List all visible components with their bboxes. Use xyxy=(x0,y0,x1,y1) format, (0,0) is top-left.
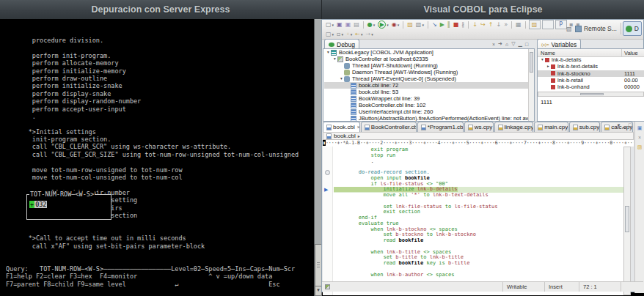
code-line[interactable] xyxy=(334,267,623,273)
code-line[interactable] xyxy=(334,199,623,204)
step-into-icon[interactable]: ↓ xyxy=(472,21,478,29)
step-mode-icon[interactable]: ➜ xyxy=(498,41,502,47)
variables-hscrollbar[interactable] xyxy=(538,92,644,97)
editor-gutter[interactable]: ▶ xyxy=(323,147,333,295)
close-view-icon[interactable]: × xyxy=(637,135,643,141)
editor-tab-linkage-cpy[interactable]: linkage.cpy xyxy=(494,122,534,132)
debug-tree-item[interactable]: BookWrapper.cbl line: 39 xyxy=(324,95,528,102)
code-line[interactable]: when lnk-b-title <> spaces xyxy=(334,250,623,256)
expander-icon[interactable]: ▾ xyxy=(540,56,545,63)
expander-icon[interactable]: ▾ xyxy=(332,56,337,62)
debug-tree-item[interactable]: ▾BookLegacy [COBOL JVM Application] xyxy=(324,49,528,56)
annotation-dropdown[interactable]: ▫▾ xyxy=(336,30,344,38)
profile-dropdown[interactable]: ◉▾ xyxy=(391,21,400,29)
save-all-icon[interactable]: ▣ xyxy=(345,21,352,29)
suspend-icon[interactable]: ‖ xyxy=(447,21,451,29)
dropdown-caret-icon[interactable]: ▾ xyxy=(332,32,334,37)
section-marker-icon[interactable] xyxy=(325,170,330,175)
remove-terminated-icon[interactable]: × xyxy=(492,42,495,47)
debug-tree-item[interactable]: ▾BookController at localhost:62335 xyxy=(324,56,528,62)
debug-tree-item[interactable]: JButton(AbstractButton).fireActionPerfor… xyxy=(324,115,528,121)
forward-dropdown[interactable]: →▾ xyxy=(365,30,373,38)
dropdown-caret-icon[interactable]: ▾ xyxy=(332,23,334,27)
code-line[interactable]: if ls-file-status <> "00" xyxy=(334,182,623,188)
view-menu-icon[interactable]: ▽ xyxy=(511,41,515,47)
code-line[interactable]: when lnk-b-author <> spaces xyxy=(334,273,623,278)
drop-to-frame-icon[interactable]: ↓ xyxy=(495,21,502,29)
code-line[interactable]: open input bookfile xyxy=(334,176,623,182)
restart-icon[interactable]: ↘ xyxy=(431,21,438,29)
column-divider[interactable] xyxy=(621,49,622,56)
toggle-perspective-icon[interactable]: P xyxy=(555,20,567,29)
debug-dropdown[interactable]: ●▾ xyxy=(367,21,376,29)
code-line[interactable]: move all '*' to lnk-b-text-details xyxy=(334,193,623,199)
dropdown-caret-icon[interactable]: ▾ xyxy=(351,32,353,37)
debug-tree-item[interactable]: Daemon Thread [AWT-Windows] (Running) xyxy=(324,69,528,75)
editor-breadcrumb[interactable]: book.cbl ▸ xyxy=(323,132,634,140)
back-dropdown[interactable]: ←▾ xyxy=(354,30,363,38)
breadcrumb-caret-icon[interactable]: ▸ xyxy=(358,133,360,138)
expander-icon[interactable]: ▾ xyxy=(326,49,331,56)
variable-row[interactable]: lnk-b-onhand00000 xyxy=(538,84,644,90)
editor-tab-ws-cpy[interactable]: ws.cpy xyxy=(464,122,494,132)
tab-debug[interactable]: Debug xyxy=(324,39,359,49)
code-line[interactable]: read bookfile key is b-title xyxy=(334,261,623,267)
editor-vscrollbar-thumb[interactable] xyxy=(625,206,629,232)
code-line[interactable]: do-read-record section. xyxy=(334,170,623,176)
code-line[interactable]: exit section xyxy=(334,210,623,215)
variables-hscrollbar-thumb[interactable] xyxy=(580,93,604,95)
dropdown-caret-icon[interactable]: ▾ xyxy=(422,23,424,27)
editor-minimize-icon[interactable]: ▁ xyxy=(622,122,626,128)
editor-code-area[interactable]: ▶ exit program stop run . do-read-record… xyxy=(323,147,623,295)
variable-row[interactable]: lnk-b-stockno1111 xyxy=(538,70,644,77)
code-line[interactable]: exit program xyxy=(334,147,623,153)
dropdown-caret-icon[interactable]: ▾ xyxy=(371,32,373,37)
new-wizard-mini-icon[interactable]: ▨ xyxy=(637,144,643,150)
new-cobol-dropdown[interactable]: ▢▾ xyxy=(325,30,334,38)
variable-row[interactable]: ▾lnk-b-details xyxy=(538,56,644,63)
debug-tree-item[interactable]: UserInterfaceImpl.cbl line: 260 xyxy=(324,108,528,115)
dropdown-caret-icon[interactable]: ▾ xyxy=(373,23,376,27)
code-line[interactable]: . xyxy=(334,159,623,165)
disconnect-icon[interactable]: ∦ xyxy=(461,21,465,29)
editor-tab-book-cbl[interactable]: book.cbl× xyxy=(323,122,360,132)
code-line[interactable]: initialize lnk-b-details xyxy=(334,187,623,193)
open-perspective-icon[interactable]: ▧ xyxy=(566,26,573,32)
debug-tree-item[interactable]: book.cbl line: 72 xyxy=(324,82,528,89)
editor-overflow-chevron[interactable]: ▾ xyxy=(618,122,621,128)
print-icon[interactable]: ▤ xyxy=(353,21,360,29)
toggle-blank-icon[interactable] xyxy=(542,20,554,29)
save-icon[interactable]: ▣ xyxy=(336,21,343,29)
debug-tree-scrollbar-thumb[interactable] xyxy=(530,52,533,73)
dropdown-caret-icon[interactable]: ▾ xyxy=(387,23,389,27)
dropdown-caret-icon[interactable]: ▾ xyxy=(398,23,400,27)
code-line[interactable]: set lnk-file-status to ls-file-status xyxy=(334,204,623,210)
edit-dropdown[interactable]: ▧▾ xyxy=(415,21,425,29)
editor-tab-main-cpy[interactable]: main.cpy xyxy=(534,122,568,132)
code-line[interactable] xyxy=(334,244,623,250)
restore-view-icon[interactable]: ▣ xyxy=(637,125,643,131)
perspective-debug[interactable]: D xyxy=(623,21,642,36)
code-line[interactable]: evaluate true xyxy=(334,221,623,227)
column-name[interactable]: Name xyxy=(541,50,555,56)
maximize-icon[interactable]: □ xyxy=(525,42,528,47)
debug-tree-item[interactable]: book.cbl line: 53 xyxy=(324,89,528,95)
debug-tree-item[interactable]: BookController.cbl line: 102 xyxy=(324,102,528,108)
editor-vscrollbar[interactable] xyxy=(623,147,631,295)
dropdown-caret-icon[interactable]: ▾ xyxy=(342,32,344,37)
debug-tree-item[interactable]: ▾Thread [AWT-EventQueue-0] (Suspended) xyxy=(324,75,528,82)
step-over-icon[interactable]: ↪ xyxy=(480,21,486,29)
code-line[interactable]: read bookfile xyxy=(334,238,623,244)
collapse-all-icon[interactable]: ⌂ xyxy=(505,42,508,47)
code-line[interactable] xyxy=(334,164,623,170)
editor-tab--program1-cbl[interactable]: *Program1.cbl xyxy=(417,122,464,132)
code-line[interactable]: stop run xyxy=(334,153,623,159)
code-line[interactable]: set b-stockno to lnk-b-stockno xyxy=(334,232,623,238)
variable-row[interactable]: ▸lnk-b-text-details xyxy=(538,63,644,70)
expander-icon[interactable]: ▸ xyxy=(546,63,551,70)
code-line[interactable]: when lnk-b-stockno <> spaces xyxy=(334,227,623,233)
close-icon[interactable]: × xyxy=(357,125,360,130)
resume-icon[interactable]: ▶ xyxy=(439,21,445,29)
view-grid-icon[interactable]: ▦ xyxy=(515,21,522,29)
code-line[interactable]: end-if xyxy=(334,215,623,221)
